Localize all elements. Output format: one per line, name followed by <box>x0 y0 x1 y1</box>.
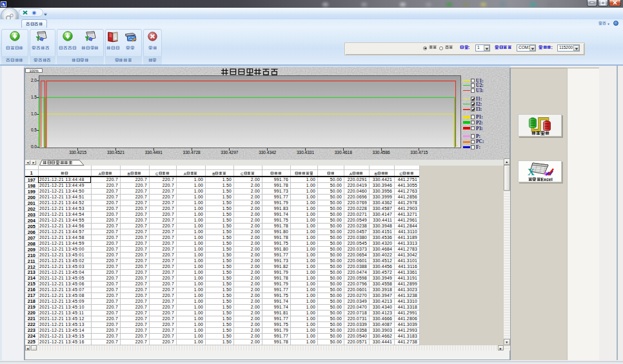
svg-text:X: X <box>528 167 535 177</box>
